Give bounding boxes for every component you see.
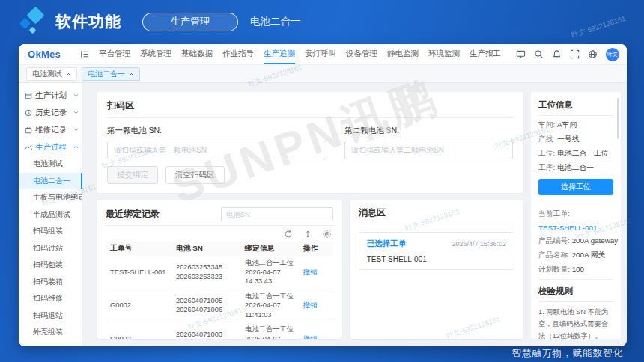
message-label: 已选择工单 <box>367 239 407 249</box>
table-header: 工单号 电池 SN 绑定信息 操作 <box>106 242 333 256</box>
revoke-link[interactable]: 撤销 <box>303 268 329 277</box>
tab-battery-two-in-one[interactable]: 电池二合一 <box>82 67 140 81</box>
top-navigation: 平台管理 系统管理 基础数据 作业指导 生产追溯 安灯呼叫 设备管理 静电监测 … <box>99 44 508 64</box>
field-label: 产品编号: <box>538 236 570 245</box>
cell-sn: 202604071005202604071006 <box>176 296 242 315</box>
sidebar-item-repair-records[interactable]: 维修记录 <box>19 121 82 138</box>
sunpn-logo <box>19 7 48 37</box>
cell-binding-info: 电池二合一工位2026-04-07 14:33:43 <box>245 258 300 286</box>
process-icon <box>25 144 32 151</box>
tab-close-icon[interactable] <box>66 71 71 76</box>
sidebar-item-battery-test[interactable]: 电池测试 <box>19 156 82 173</box>
sidebar-item-scan-return-station[interactable]: 扫码退站 <box>19 307 82 325</box>
tab-strip: 电池测试 电池二合一 <box>19 65 627 83</box>
scan-area-title: 扫码区 <box>107 99 513 118</box>
sidebar-item-scan-assembly[interactable]: 扫码组装 <box>19 223 82 240</box>
field-value: 100 <box>572 265 584 273</box>
sidebar: 生产计划 历史记录 维修记录 生产过程 电池 <box>19 83 83 346</box>
table-row: G0002 202604071005202604071006 电池二合一工位20… <box>106 289 333 323</box>
nav-item-production-trace[interactable]: 生产追溯 <box>264 44 295 64</box>
revoke-link[interactable]: 撤销 <box>303 334 329 339</box>
sidebar-item-production-plan[interactable]: 生产计划 <box>19 87 82 104</box>
panel-scrollbar[interactable] <box>617 98 619 139</box>
validation-rules-title: 校验规则 <box>538 286 613 302</box>
chevron-down-icon <box>73 128 79 132</box>
station-info-panel: 工位信息 车间: A车间 产线: 一号线 工位: 电池二合一工位 工序: 电池二… <box>531 92 621 339</box>
sidebar-item-board-battery-bind[interactable]: 主板与电池绑定 <box>19 189 82 206</box>
sidebar-item-scan-boxing[interactable]: 扫码装箱 <box>19 274 82 291</box>
line-field: 产线: 一号线 <box>538 135 613 144</box>
sidebar-item-scan-repair[interactable]: 扫码维修 <box>19 290 82 307</box>
bell-icon[interactable] <box>552 49 562 59</box>
recent-records-card: 最近绑定记录 工单号 电池 SN 绑定信息 操作 <box>97 200 342 339</box>
monitor-icon[interactable] <box>516 49 526 59</box>
time-line: 2026-04-07 11:41:03 <box>245 301 300 319</box>
sidebar-item-scan-packaging[interactable]: 扫码包装 <box>19 257 82 274</box>
globe-icon[interactable] <box>588 49 598 59</box>
process-field: 工序: 电池二合一 <box>538 163 613 173</box>
history-icon <box>25 109 32 117</box>
recent-records-title: 最近绑定记录 <box>106 208 160 221</box>
message-work-order: TEST-SHELL-001 <box>367 255 506 263</box>
search-icon[interactable] <box>534 49 544 59</box>
sidebar-item-scan-pass-station[interactable]: 扫码过站 <box>19 240 82 257</box>
field-label: 产线: <box>538 135 555 143</box>
revoke-link[interactable]: 撤销 <box>303 301 329 310</box>
sn-line: 202604071006 <box>176 305 242 315</box>
sidebar-item-shell-assembly[interactable]: 外壳组装 <box>19 324 82 341</box>
station-line: 电池二合一工位 <box>245 292 300 301</box>
chevron-up-icon <box>73 145 79 149</box>
tab-close-icon[interactable] <box>129 71 134 76</box>
battery1-sn-input[interactable] <box>107 141 326 159</box>
field-label: 工序: <box>538 163 555 171</box>
nav-item-system[interactable]: 系统管理 <box>140 44 171 64</box>
cell-order: G0002 <box>110 334 173 339</box>
banner-pill-production-management[interactable]: 生产管理 <box>142 13 238 31</box>
main-content: 扫码区 第一颗电池 SN: 第二颗电池 SN: 提交绑定 清空扫码 <box>83 83 531 346</box>
field-label: 车间: <box>538 120 555 129</box>
message-area-card: 消息区 已选择工单 2026/4/7 15:36:02 TEST-SHELL-0… <box>350 200 523 339</box>
rule-item: 1. 两颗电池 SN 不能为空，且编码格式需要合法（12位纯数字）。 <box>538 307 613 339</box>
nav-item-platform[interactable]: 平台管理 <box>99 44 130 64</box>
current-order-link[interactable]: TEST-SHELL-001 <box>538 224 613 232</box>
nav-item-production-report[interactable]: 生产报工 <box>470 44 501 64</box>
refresh-icon[interactable] <box>284 230 293 239</box>
collapse-sidebar-icon[interactable] <box>80 49 90 59</box>
clear-scan-area-button[interactable]: 清空扫码区 <box>165 166 225 184</box>
sidebar-item-semi-product-test[interactable]: 半成品测试 <box>19 206 82 224</box>
topbar-icons: 叶文 <box>516 48 619 61</box>
col-work-order: 工单号 <box>110 244 173 254</box>
sidebar-item-battery-two-in-one[interactable]: 电池二合一 <box>19 173 82 190</box>
nav-item-work-guide[interactable]: 作业指导 <box>222 44 254 64</box>
station-line: 电池二合一工位 <box>245 258 300 268</box>
nav-item-basic-data[interactable]: 基础数据 <box>181 44 213 64</box>
field-value: 200A gateway <box>572 236 619 245</box>
fullscreen-icon[interactable] <box>570 49 580 59</box>
battery2-sn-input[interactable] <box>344 141 513 159</box>
select-station-button[interactable]: 选择工位 <box>538 179 613 195</box>
message-timestamp: 2026/4/7 15:36:02 <box>452 240 506 248</box>
field-label: 计划数量: <box>538 265 570 273</box>
desktop-background: 软件功能 生产管理 电池二合一 OkMes 平台管理 系统管理 基础数据 作业指… <box>0 0 644 362</box>
message-area-title: 消息区 <box>359 206 514 224</box>
sn-search-input[interactable] <box>221 207 333 221</box>
nav-item-esd[interactable]: 静电监测 <box>387 44 419 64</box>
field-label: 产品名称: <box>538 251 570 259</box>
tab-battery-test[interactable]: 电池测试 <box>26 67 77 81</box>
app-logo: OkMes <box>28 49 80 60</box>
column-height-icon[interactable] <box>303 230 312 239</box>
nav-item-environment[interactable]: 环境监测 <box>428 44 460 64</box>
field-value: A车间 <box>557 120 577 129</box>
user-avatar[interactable]: 叶文 <box>606 48 619 61</box>
field-label: 工位: <box>538 149 555 157</box>
settings-icon[interactable] <box>323 230 332 239</box>
battery2-sn-label: 第二颗电池 SN: <box>344 126 513 136</box>
sidebar-item-production-process[interactable]: 生产过程 <box>19 138 82 156</box>
nav-item-equipment[interactable]: 设备管理 <box>346 44 377 64</box>
nav-item-andon[interactable]: 安灯呼叫 <box>305 44 336 64</box>
app-topbar: OkMes 平台管理 系统管理 基础数据 作业指导 生产追溯 安灯呼叫 设备管理… <box>19 44 627 65</box>
sidebar-item-history[interactable]: 历史记录 <box>19 104 82 121</box>
submit-binding-button[interactable]: 提交绑定 <box>107 166 158 184</box>
production-plan-icon <box>25 92 32 99</box>
table-row: G0002 202604071003202604071004 电池二合一工位20… <box>106 322 333 339</box>
